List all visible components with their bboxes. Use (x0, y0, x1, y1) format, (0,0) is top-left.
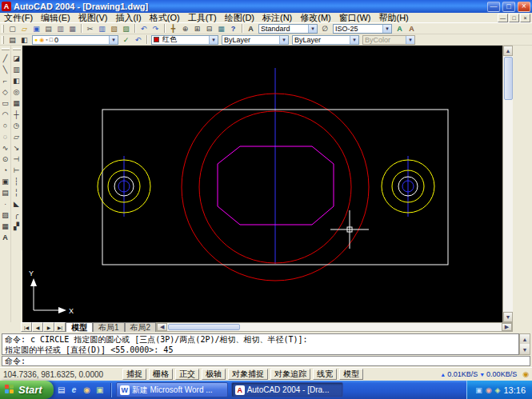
ellipse-arc-button[interactable]: ◔ (0, 165, 11, 176)
cut-button[interactable]: ✂ (84, 23, 96, 34)
menu-modify[interactable]: 修改(M) (296, 13, 335, 23)
designcenter-button[interactable]: ▦ (215, 23, 227, 34)
copy-button[interactable]: ▥ (96, 23, 108, 34)
explode-button[interactable]: ▞ (11, 221, 22, 232)
menu-help[interactable]: 帮助(H) (375, 13, 413, 23)
mdi-minimize-button[interactable]: — (498, 14, 508, 22)
layer-previous-button[interactable]: ↶ (132, 34, 144, 45)
chevron-down-icon[interactable]: ▾ (308, 25, 317, 33)
command-scrollbar[interactable]: ▲ ▼ (519, 333, 530, 355)
pan-button[interactable]: ╋ (167, 23, 179, 34)
spline-button[interactable]: ∿ (0, 142, 11, 154)
dim-style-combobox[interactable]: ISO-25 ▾ (333, 24, 392, 34)
text-style-manager-button[interactable]: A (394, 23, 406, 34)
vertical-scrollbar[interactable]: ▲ ▼ (502, 46, 513, 322)
break-button[interactable]: ╎ (11, 187, 22, 198)
layer-states-button[interactable]: ◧ (18, 34, 30, 45)
zoom-realtime-button[interactable]: ⊕ (179, 23, 191, 34)
task-word-document[interactable]: W 新建 Microsoft Word ... (116, 382, 228, 397)
open-button[interactable]: ▱ (18, 23, 30, 34)
command-history[interactable]: 命令: c CIRCLE 指定圆的圆心或 [三点(3P)/两点(2P)/相切、相… (2, 333, 519, 355)
polyline-button[interactable]: ⌐ (0, 75, 11, 86)
toggle-lineweight[interactable]: 线宽 (313, 369, 337, 380)
folder-icon[interactable]: ▣ (94, 384, 106, 397)
drawing-canvas[interactable]: Y X (22, 46, 502, 322)
zoom-previous-button[interactable]: ⊟ (203, 23, 215, 34)
scale-button[interactable]: ▱ (11, 131, 22, 142)
line-button[interactable]: ╱ (0, 53, 11, 64)
layer-properties-button[interactable]: ▤ (6, 34, 18, 45)
scroll-up-icon[interactable]: ▲ (520, 334, 530, 344)
antivirus-icon[interactable]: ◉ (486, 386, 492, 394)
tab-layout2[interactable]: 布局2 (125, 322, 157, 332)
tab-model[interactable]: 模型 (66, 322, 93, 332)
scroll-down-icon[interactable]: ▼ (503, 312, 513, 322)
tab-next-button[interactable]: ▶ (43, 322, 54, 332)
color-combobox[interactable]: 红色 ▾ (151, 35, 218, 45)
array-button[interactable]: ▦ (11, 98, 22, 109)
plot-button[interactable]: ▤ (42, 23, 54, 34)
chevron-down-icon[interactable]: ▾ (350, 36, 358, 44)
break-at-point-button[interactable]: ┆ (11, 176, 22, 187)
internet-explorer-icon[interactable]: e (69, 384, 80, 397)
dim-style-manager-button[interactable]: A (406, 23, 418, 34)
menu-view[interactable]: 视图(V) (74, 13, 112, 23)
tab-previous-button[interactable]: ◀ (32, 322, 43, 332)
mdi-restore-button[interactable]: □ (509, 14, 519, 22)
help-button[interactable]: ? (227, 23, 239, 34)
toolbar-grip[interactable] (2, 48, 10, 50)
scroll-up-icon[interactable]: ▲ (503, 46, 513, 56)
text-style-combobox[interactable]: Standard ▾ (258, 24, 318, 34)
restore-button[interactable]: □ (502, 2, 515, 12)
horizontal-scroll-track[interactable] (241, 323, 502, 331)
lineweight-combobox[interactable]: ByLayer ▾ (292, 35, 359, 45)
layer-lock-icon[interactable]: ▪ (46, 37, 47, 42)
horizontal-scroll-thumb[interactable] (168, 324, 240, 330)
menu-insert[interactable]: 插入(I) (111, 13, 145, 23)
layer-bulb-icon[interactable]: ● (34, 37, 38, 42)
chamfer-button[interactable]: ◣ (11, 198, 22, 209)
multiline-text-button[interactable]: A (0, 232, 11, 243)
mdi-close-button[interactable]: × (520, 14, 530, 22)
layer-sun-icon[interactable]: ◉ (39, 37, 44, 43)
toggle-snap[interactable]: 捕捉 (122, 369, 146, 380)
move-button[interactable]: ┼ (11, 109, 22, 120)
make-block-button[interactable]: ▤ (0, 187, 11, 198)
match-properties-button[interactable]: ▨ (120, 23, 132, 34)
network-monitor-icon[interactable]: ▣ (475, 386, 482, 394)
offset-button[interactable]: ◎ (11, 86, 22, 98)
mirror-button[interactable]: ◧ (11, 75, 22, 86)
chevron-down-icon[interactable]: ▾ (382, 25, 391, 33)
show-desktop-icon[interactable]: ▤ (56, 384, 67, 397)
chevron-down-icon[interactable]: ▾ (209, 36, 218, 44)
make-object-layer-current-button[interactable]: ✓ (120, 34, 132, 45)
communication-center-icon[interactable]: ◉ (522, 370, 529, 378)
media-player-icon[interactable]: ◉ (82, 384, 93, 397)
chevron-down-icon[interactable]: ▾ (279, 36, 288, 44)
copy-object-button[interactable]: ▥ (11, 64, 22, 75)
vertical-scroll-track[interactable] (503, 101, 513, 312)
toolbar-grip[interactable] (2, 36, 4, 44)
menu-edit[interactable]: 编辑(E) (37, 13, 74, 23)
menu-format[interactable]: 格式(O) (146, 13, 184, 23)
toggle-ortho[interactable]: 正交 (175, 369, 199, 380)
rectangle-button[interactable]: ▭ (0, 98, 11, 109)
linetype-combobox[interactable]: ByLayer ▾ (222, 35, 289, 45)
toggle-otrack[interactable]: 对象追踪 (270, 369, 310, 380)
volume-icon[interactable]: ◈ (495, 386, 501, 394)
layer-combobox[interactable]: ● ◉ ▪ □ 0 ▾ (32, 35, 118, 45)
start-button[interactable]: Start (0, 381, 54, 399)
fillet-button[interactable]: ╭ (11, 209, 22, 221)
toggle-model[interactable]: 模型 (339, 369, 363, 380)
tab-last-button[interactable]: ▶| (54, 322, 66, 332)
task-autocad[interactable]: A AutoCAD 2004 - [Dra... (231, 382, 343, 397)
insert-block-button[interactable]: ▣ (0, 176, 11, 187)
revision-cloud-button[interactable]: ◌ (0, 131, 11, 142)
tab-first-button[interactable]: |◀ (21, 322, 32, 332)
scroll-right-icon[interactable]: ▶ (502, 323, 512, 331)
erase-button[interactable]: ◪ (11, 53, 22, 64)
circle-button[interactable]: ○ (0, 120, 11, 131)
text-style-icon[interactable]: A (245, 23, 257, 34)
save-button[interactable]: ▣ (30, 23, 42, 34)
toggle-grid[interactable]: 栅格 (149, 369, 173, 380)
